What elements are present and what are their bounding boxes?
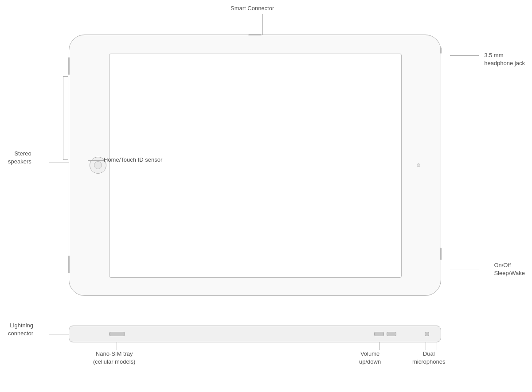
nanosim-label: Nano-SIM tray (cellular models) bbox=[93, 350, 135, 366]
speaker-left-top-mark bbox=[68, 57, 70, 75]
smart-connector-line bbox=[262, 14, 263, 35]
smart-connector-label: Smart Connector bbox=[231, 4, 274, 12]
bottom-bar bbox=[69, 326, 441, 342]
mic-port-mark bbox=[425, 332, 429, 336]
tablet-body bbox=[69, 35, 441, 296]
sleep-wake-label: On/Off Sleep/Wake bbox=[494, 261, 525, 277]
volume-line bbox=[379, 342, 379, 350]
volume-down-mark bbox=[387, 332, 396, 336]
headphone-line bbox=[450, 55, 479, 56]
stereo-bracket-bot-tick bbox=[63, 159, 68, 160]
mic-line bbox=[426, 342, 426, 350]
nanosim-line bbox=[117, 342, 117, 350]
lightning-port-mark bbox=[109, 332, 125, 336]
diagram-container: Smart Connector 3.5 mm headphone jack St… bbox=[0, 0, 532, 392]
volume-buttons-mark bbox=[374, 332, 396, 336]
smart-connector-mark bbox=[248, 34, 262, 35]
headphone-jack-mark bbox=[440, 47, 442, 54]
sleep-wake-mark bbox=[440, 248, 442, 260]
microphones-label: Dual microphones bbox=[412, 350, 445, 366]
sleep-line bbox=[450, 269, 479, 269]
volume-up-mark bbox=[374, 332, 384, 336]
volume-label: Volume up/down bbox=[359, 350, 381, 366]
stereo-bracket-line bbox=[63, 76, 63, 159]
stereo-line-h bbox=[49, 163, 69, 163]
stereo-bracket-top-tick bbox=[63, 76, 68, 77]
home-button-inner bbox=[94, 161, 102, 169]
lightning-line bbox=[49, 334, 69, 334]
home-line bbox=[88, 160, 104, 161]
tablet-screen bbox=[109, 54, 402, 278]
speaker-left-bottom-mark bbox=[68, 256, 70, 273]
mic2-line bbox=[437, 342, 437, 350]
home-touch-id-label: Home/Touch ID sensor bbox=[104, 156, 162, 164]
stereo-speakers-label: Stereo speakers bbox=[8, 150, 31, 166]
front-camera bbox=[417, 163, 420, 167]
lightning-connector-label: Lightning connector bbox=[8, 322, 33, 338]
headphone-jack-label: 3.5 mm headphone jack bbox=[484, 51, 525, 67]
